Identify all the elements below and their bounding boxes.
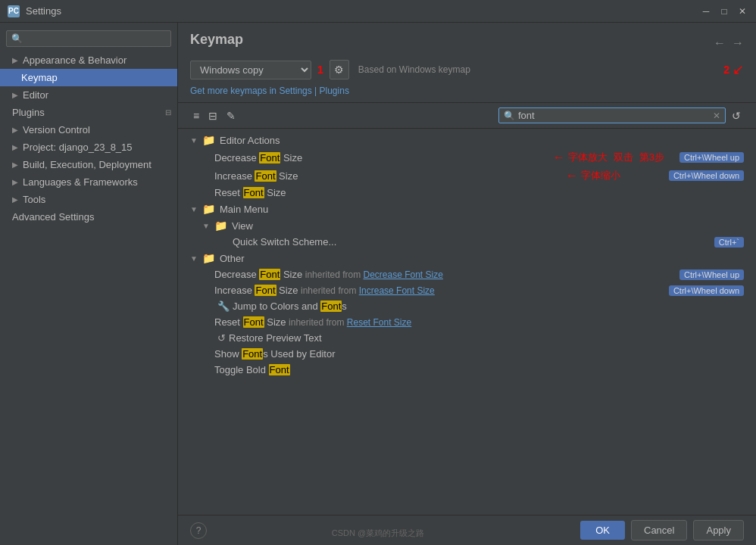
editor-actions-header[interactable]: ▼ 📁 Editor Actions (178, 132, 756, 148)
ok-button[interactable]: OK (580, 521, 625, 540)
reset-font-link[interactable]: Reset Font Size (347, 317, 411, 328)
window-controls: ─ □ ✕ (700, 5, 748, 17)
restore-preview-item[interactable]: ↺ Restore Preview Text (178, 330, 756, 346)
decrease-font-link[interactable]: Decrease Font Size (363, 269, 442, 280)
nav-back-button[interactable]: ← (714, 36, 726, 50)
edit-button[interactable]: ✎ (223, 108, 239, 123)
quick-switch-item[interactable]: Quick Switch Scheme... Ctrl+` (178, 234, 756, 250)
step3-text: 第3步 (639, 151, 664, 164)
main-header: Keymap ← → Windows copy 1 ⚙ Based on (178, 23, 756, 103)
sidebar-item-vc-label: Version Control (23, 124, 90, 135)
font-highlight: Font (255, 170, 276, 182)
reset-font-item[interactable]: Reset Font Size (178, 185, 756, 201)
bottom-bar: ? OK Cancel Apply (178, 515, 756, 545)
other-decrease-font-item[interactable]: Decrease Font Size inherited from Decrea… (178, 266, 756, 282)
main-content: ▶ Appearance & Behavior Keymap ▶ Editor … (0, 23, 756, 545)
jump-to-colors-item[interactable]: 🔧 Jump to Colors and Fonts (178, 298, 756, 314)
jump-to-colors-label: Jump to Colors and Fonts (233, 301, 744, 312)
sync-button[interactable]: ↺ (729, 108, 744, 123)
search-clear-button[interactable]: ✕ (713, 111, 720, 121)
font-highlight: Font (320, 301, 342, 312)
other-increase-font-item[interactable]: Increase Font Size inherited from Increa… (178, 282, 756, 298)
arrow-icon: ▶ (12, 91, 18, 99)
font-highlight: Font (243, 187, 264, 198)
sidebar-item-project-label: Project: django_23_8_15 (23, 142, 133, 153)
increase-font-label: Increase Font Size (214, 170, 566, 182)
collapse-all-button[interactable]: ⊟ (205, 108, 220, 123)
cancel-button[interactable]: Cancel (631, 520, 687, 540)
sidebar-item-keymap[interactable]: Keymap (0, 69, 177, 86)
sidebar-item-tools[interactable]: ▶ Tools (0, 191, 177, 208)
annotation-2: 2 ↙ (723, 61, 744, 78)
double-click-text: 双击 (614, 151, 633, 164)
annotation-1: 1 (317, 64, 323, 76)
view-label: View (232, 220, 253, 232)
sidebar-item-languages[interactable]: ▶ Languages & Frameworks (0, 173, 177, 191)
sidebar-item-version-control[interactable]: ▶ Version Control (0, 121, 177, 139)
close-button[interactable]: ✕ (736, 5, 748, 17)
other-group: ▼ 📁 Other Decrease Font Size inherited f… (178, 250, 756, 378)
show-fonts-item[interactable]: Show Fonts Used by Editor (178, 346, 756, 362)
sidebar-item-build[interactable]: ▶ Build, Execution, Deployment (0, 156, 177, 173)
sidebar-search-container (0, 26, 177, 51)
settings-window: PC Settings ─ □ ✕ ▶ Appearance & Behavio… (0, 0, 756, 545)
sidebar-item-appearance[interactable]: ▶ Appearance & Behavior (0, 51, 177, 69)
font-highlight: Font (259, 269, 280, 280)
bottom-left: ? (190, 522, 207, 539)
nav-forward-button[interactable]: → (732, 36, 744, 50)
editor-actions-group: ▼ 📁 Editor Actions Decrease Font Size ← … (178, 132, 756, 201)
sidebar-item-plugins[interactable]: Plugins ⊟ (0, 104, 177, 121)
folder-icon: 📁 (202, 134, 215, 146)
arrow-annotation-2: ← (566, 169, 578, 182)
maximize-button[interactable]: □ (718, 5, 730, 17)
enlarge-text: 字体放大 (568, 151, 608, 164)
folder-icon: 📁 (202, 252, 215, 264)
increase-font-link[interactable]: Increase Font Size (359, 285, 435, 296)
bottom-right: OK Cancel Apply (580, 520, 744, 540)
app-icon: PC (8, 5, 20, 17)
decrease-font-shortcut: Ctrl+\Wheel up (679, 152, 744, 163)
expand-icon: ▼ (202, 222, 211, 230)
font-highlight: Font (259, 152, 280, 164)
font-highlight: Font (255, 285, 276, 296)
titlebar: PC Settings ─ □ ✕ (0, 0, 756, 23)
sidebar-item-editor-label: Editor (23, 89, 48, 101)
get-more-keymaps[interactable]: Get more keymaps in Settings | Plugins (190, 86, 744, 96)
sidebar-item-advanced[interactable]: Advanced Settings (0, 208, 177, 226)
main-menu-label: Main Menu (220, 204, 268, 215)
sidebar-item-project[interactable]: ▶ Project: django_23_8_15 (0, 139, 177, 156)
apply-button[interactable]: Apply (693, 520, 744, 540)
other-reset-font-item[interactable]: Reset Font Size inherited from Reset Fon… (178, 314, 756, 330)
arrow-icon: ▶ (12, 195, 18, 204)
main-menu-header[interactable]: ▼ 📁 Main Menu (178, 201, 756, 217)
gear-button[interactable]: ⚙ (330, 60, 349, 79)
sidebar-item-appearance-label: Appearance & Behavior (23, 54, 127, 66)
toggle-bold-item[interactable]: Toggle Bold Font (178, 362, 756, 378)
other-reset-font-label: Reset Font Size inherited from Reset Fon… (214, 316, 744, 328)
search-icon: 🔍 (504, 111, 515, 121)
editor-actions-label: Editor Actions (220, 135, 280, 146)
search-input[interactable]: font (518, 110, 710, 121)
other-header[interactable]: ▼ 📁 Other (178, 250, 756, 266)
sidebar-search-input[interactable] (6, 30, 171, 47)
view-subgroup-header[interactable]: ▼ 📁 View (178, 217, 756, 234)
show-fonts-label: Show Fonts Used by Editor (214, 348, 744, 360)
keymap-select[interactable]: Windows copy (190, 61, 311, 79)
other-increase-shortcut: Ctrl+\Wheel down (669, 285, 744, 296)
sidebar-item-languages-label: Languages & Frameworks (23, 176, 138, 188)
toggle-bold-label: Toggle Bold Font (214, 364, 744, 375)
help-button[interactable]: ? (190, 522, 207, 539)
sidebar-item-editor[interactable]: ▶ Editor (0, 86, 177, 104)
decrease-font-item[interactable]: Decrease Font Size ← 字体放大 双击 第3步 Ctrl+\W… (178, 148, 756, 167)
keymap-controls: Windows copy 1 ⚙ Based on Windows keymap… (190, 60, 744, 79)
minimize-button[interactable]: ─ (700, 5, 712, 17)
expand-all-button[interactable]: ≡ (190, 108, 202, 123)
plugins-badge-icon: ⊟ (165, 108, 171, 117)
restore-icon: ↺ (217, 332, 226, 344)
increase-font-item[interactable]: Increase Font Size ← 字体缩小 Ctrl+\Wheel do… (178, 167, 756, 185)
decrease-font-label: Decrease Font Size (214, 152, 553, 164)
based-on-label: Based on Windows keymap (358, 64, 470, 75)
sidebar-item-advanced-label: Advanced Settings (12, 211, 94, 223)
window-title: Settings (26, 5, 61, 17)
main-menu-group: ▼ 📁 Main Menu ▼ 📁 View Quick Switch Sche… (178, 201, 756, 250)
